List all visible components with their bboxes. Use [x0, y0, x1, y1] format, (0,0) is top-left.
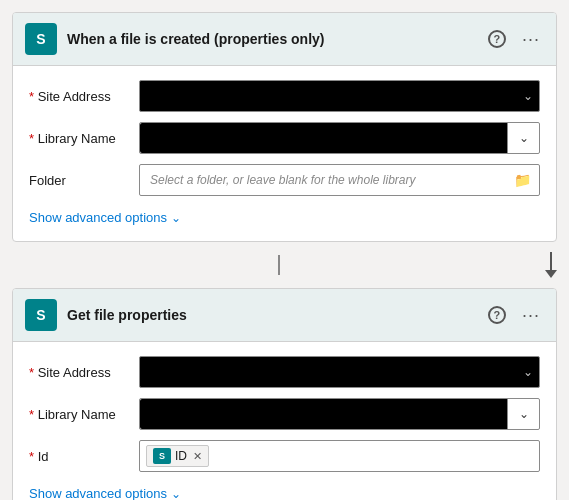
- chevron-down-icon: ⌄: [507, 399, 539, 429]
- chevron-down-icon: ⌄: [171, 487, 181, 501]
- card1-site-address-label: Site Address: [29, 89, 139, 104]
- card2-library-name-input-wrap: ⌄: [139, 398, 540, 430]
- card2-advanced-label: Show advanced options: [29, 486, 167, 500]
- card2-site-address-label: Site Address: [29, 365, 139, 380]
- chevron-down-icon: ⌄: [507, 123, 539, 153]
- card1-library-name-input-wrap: ⌄: [139, 122, 540, 154]
- card1-more-button[interactable]: ···: [518, 27, 544, 52]
- card2-help-button[interactable]: ?: [484, 304, 510, 326]
- chevron-down-icon: ⌄: [523, 89, 533, 103]
- card1-advanced-label: Show advanced options: [29, 210, 167, 225]
- card1-title: When a file is created (properties only): [67, 31, 474, 47]
- card1-folder-label: Folder: [29, 173, 139, 188]
- card1-header: S When a file is created (properties onl…: [13, 13, 556, 66]
- chevron-down-icon: ⌄: [171, 211, 181, 225]
- card2-site-address-input[interactable]: ⌄: [139, 356, 540, 388]
- card1-folder-row: Folder Select a folder, or leave blank f…: [29, 164, 540, 196]
- chevron-down-icon: ⌄: [523, 365, 533, 379]
- card2-library-name-label: Library Name: [29, 407, 139, 422]
- card2-site-address-row: Site Address ⌄: [29, 356, 540, 388]
- card2-library-name-row: Library Name ⌄: [29, 398, 540, 430]
- more-icon: ···: [522, 305, 540, 326]
- card2-id-input[interactable]: S ID ✕: [139, 440, 540, 472]
- card1-library-name-input[interactable]: ⌄: [139, 122, 540, 154]
- card1-site-address-input-wrap: ⌄: [139, 80, 540, 112]
- tag-label: ID: [175, 449, 187, 463]
- card1-site-address-row: Site Address ⌄: [29, 80, 540, 112]
- card1-folder-input-wrap: Select a folder, or leave blank for the …: [139, 164, 540, 196]
- card1-site-address-input[interactable]: ⌄: [139, 80, 540, 112]
- card2-id-input-wrap: S ID ✕: [139, 440, 540, 472]
- card2-library-name-input[interactable]: ⌄: [139, 398, 540, 430]
- card2-library-name-redacted: [140, 399, 507, 429]
- help-icon: ?: [488, 306, 506, 324]
- arrow-down: [545, 252, 557, 278]
- card1-library-name-label: Library Name: [29, 131, 139, 146]
- card1-show-advanced-button[interactable]: Show advanced options ⌄: [29, 206, 181, 227]
- card2-more-button[interactable]: ···: [518, 303, 544, 328]
- card1-library-name-row: Library Name ⌄: [29, 122, 540, 154]
- card2-site-address-input-wrap: ⌄: [139, 356, 540, 388]
- card2-title: Get file properties: [67, 307, 474, 323]
- tag-close-button[interactable]: ✕: [193, 450, 202, 463]
- id-tag: S ID ✕: [146, 445, 209, 467]
- card1-folder-placeholder: Select a folder, or leave blank for the …: [150, 173, 415, 187]
- card1-help-button[interactable]: ?: [484, 28, 510, 50]
- card2-actions: ? ···: [484, 303, 544, 328]
- card2-id-row: Id S ID ✕: [29, 440, 540, 472]
- trigger-card: S When a file is created (properties onl…: [12, 12, 557, 242]
- action-card: S Get file properties ? ··· Site Address…: [12, 288, 557, 500]
- card1-body: Site Address ⌄ Library Name ⌄ Folder: [13, 66, 556, 241]
- help-icon: ?: [488, 30, 506, 48]
- card2-id-label: Id: [29, 449, 139, 464]
- card1-actions: ? ···: [484, 27, 544, 52]
- more-icon: ···: [522, 29, 540, 50]
- folder-icon: 📁: [514, 172, 531, 188]
- arrow-line: [550, 252, 552, 270]
- arrow-head: [545, 270, 557, 278]
- card1-folder-input[interactable]: Select a folder, or leave blank for the …: [139, 164, 540, 196]
- card2-header: S Get file properties ? ···: [13, 289, 556, 342]
- card2-show-advanced-button[interactable]: Show advanced options ⌄: [29, 482, 181, 500]
- connector-arrow: [12, 242, 557, 288]
- card1-library-name-redacted: [140, 123, 507, 153]
- tag-icon: S: [153, 448, 171, 464]
- card1-icon: S: [25, 23, 57, 55]
- card2-icon: S: [25, 299, 57, 331]
- card2-body: Site Address ⌄ Library Name ⌄ Id: [13, 342, 556, 500]
